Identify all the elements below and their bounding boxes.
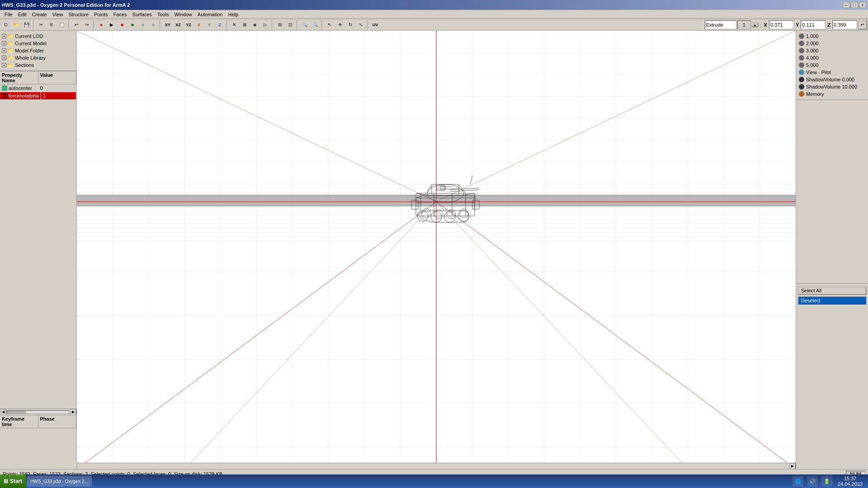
- folder-icon: 📁: [7, 33, 14, 39]
- lod-item-view-pilot[interactable]: View - Pilot: [796, 69, 868, 76]
- maximize-button[interactable]: □: [851, 2, 858, 8]
- folder-icon-3: 📁: [7, 47, 14, 54]
- copy-button[interactable]: ⎘: [47, 20, 57, 30]
- tree-item-current-lod[interactable]: + 📁 Current LOD: [0, 33, 76, 40]
- tb-rec3[interactable]: ■: [148, 20, 158, 30]
- xz-view[interactable]: XZ: [173, 20, 183, 30]
- tb-play[interactable]: ▶: [107, 20, 117, 30]
- tree-item-current-model[interactable]: + 📁 Current Model: [0, 40, 76, 47]
- lod-item-5[interactable]: 5.000: [796, 61, 868, 69]
- menu-item-faces[interactable]: Faces: [111, 11, 130, 18]
- battery-icon[interactable]: 🔋: [821, 476, 832, 487]
- grid-toggle[interactable]: ⊟: [275, 20, 285, 30]
- viewport-grid: [77, 31, 796, 469]
- transform-4[interactable]: ▷: [260, 20, 270, 30]
- close-button[interactable]: ×: [859, 2, 866, 8]
- expand-icon-4[interactable]: +: [2, 56, 6, 60]
- expand-icon[interactable]: +: [2, 34, 6, 38]
- scroll-left[interactable]: ◀: [0, 409, 6, 415]
- h-scroll-thumb[interactable]: [8, 411, 26, 413]
- menu-item-surfaces[interactable]: Surfaces: [130, 11, 155, 18]
- transform-2[interactable]: ⊞: [240, 20, 250, 30]
- menu-item-structure[interactable]: Structure: [66, 11, 91, 18]
- paste-button[interactable]: 📋: [57, 20, 67, 30]
- taskbar-right: 🌐 🔊 🔋 15:37 24.04.2013: [792, 474, 868, 488]
- xy-view[interactable]: XY: [163, 20, 173, 30]
- prop-row-forcenotalpha[interactable]: forcenotalpha 1: [0, 92, 76, 100]
- zoom-in[interactable]: 🔍: [300, 20, 310, 30]
- expand-icon-5[interactable]: +: [2, 63, 6, 67]
- separator-1: [33, 20, 35, 30]
- start-button[interactable]: ⊞ Start: [0, 474, 26, 488]
- scale-tool[interactable]: ⤡: [356, 20, 366, 30]
- prop-row-autocenter[interactable]: autocenter 0: [0, 84, 76, 92]
- tb-rec[interactable]: ■: [127, 20, 137, 30]
- expand-icon-2[interactable]: +: [2, 41, 6, 46]
- snap-toggle[interactable]: ⊡: [285, 20, 295, 30]
- menu-item-window[interactable]: Window: [172, 11, 195, 18]
- tb-rec2[interactable]: ■: [138, 20, 148, 30]
- z-axis[interactable]: Z: [215, 20, 225, 30]
- x-axis[interactable]: X: [194, 20, 204, 30]
- rotate-tool[interactable]: ↻: [345, 20, 355, 30]
- menu-item-edit[interactable]: Edit: [15, 11, 29, 18]
- new-button[interactable]: 🗋: [1, 20, 11, 30]
- minimize-button[interactable]: ─: [843, 2, 850, 8]
- transform-1[interactable]: ✕: [229, 20, 239, 30]
- cut-button[interactable]: ✂: [36, 20, 46, 30]
- lod-item-memory[interactable]: Memory: [796, 90, 868, 98]
- separator-8: [321, 20, 323, 30]
- scroll-right[interactable]: ▶: [70, 409, 76, 415]
- h-scrollbar[interactable]: ◀ ▶: [0, 408, 76, 415]
- zoom-out[interactable]: 🔍: [310, 20, 320, 30]
- network-icon[interactable]: 🌐: [793, 476, 803, 487]
- x-input[interactable]: [769, 20, 794, 29]
- menu-item-view[interactable]: View: [50, 11, 66, 18]
- tb-red-dot[interactable]: ●: [96, 20, 106, 30]
- lod-item-2[interactable]: 2.000: [796, 40, 868, 47]
- y-input[interactable]: [801, 20, 826, 29]
- volume-icon[interactable]: 🔊: [807, 476, 818, 487]
- menu-item-help[interactable]: Help: [225, 11, 241, 18]
- uv-btn[interactable]: UV: [370, 20, 380, 30]
- folder-icon-5: 📁: [7, 62, 14, 68]
- select-all-button[interactable]: Select All: [798, 286, 866, 295]
- lod-item-3[interactable]: 3.000: [796, 47, 868, 54]
- lod-item-shadow-0[interactable]: ShadowVolume 0.000: [796, 76, 868, 83]
- undo-button[interactable]: ↩: [71, 20, 81, 30]
- menu-item-automation[interactable]: Automation: [195, 11, 226, 18]
- deselect-button[interactable]: Deselect: [798, 296, 866, 305]
- vp-scrollbar[interactable]: ▶: [77, 463, 796, 469]
- tree-item-whole-library[interactable]: + 📁 Whole Library: [0, 54, 76, 61]
- tree-label-whole-library: Whole Library: [15, 55, 46, 61]
- apply-coord[interactable]: ↵: [858, 20, 867, 29]
- y-axis[interactable]: Y: [204, 20, 214, 30]
- z-input[interactable]: [832, 20, 857, 29]
- tb-stop[interactable]: ■: [117, 20, 127, 30]
- lod-item-shadow-10[interactable]: ShadowVolume 10.000: [796, 83, 868, 90]
- taskbar-o2-app[interactable]: HWS_G33.p3d - Oxygen 2...: [27, 476, 91, 487]
- extrude-input[interactable]: [705, 20, 736, 29]
- yz-view[interactable]: YZ: [184, 20, 193, 30]
- prop-header: Property Name Value: [0, 71, 76, 84]
- vp-scroll-right[interactable]: ▶: [789, 463, 796, 469]
- redo-button[interactable]: ↪: [82, 20, 92, 30]
- menu-item-points[interactable]: Points: [91, 11, 111, 18]
- move-tool[interactable]: ✛: [335, 20, 345, 30]
- open-button[interactable]: 📂: [11, 20, 21, 30]
- lod-item-4[interactable]: 4.000: [796, 54, 868, 61]
- select-tool[interactable]: ↖: [325, 20, 335, 30]
- tree-item-model-folder[interactable]: + 📁 Model Folder: [0, 47, 76, 54]
- h-scroll-track[interactable]: [7, 410, 69, 414]
- viewport[interactable]: ▶: [77, 31, 796, 469]
- tree-item-sections[interactable]: + 📁 Sections: [0, 61, 76, 69]
- menu-item-create[interactable]: Create: [29, 11, 50, 18]
- lod-item-1[interactable]: 1.000: [796, 33, 868, 40]
- expand-icon-3[interactable]: +: [2, 48, 6, 53]
- stepper-up[interactable]: ▲: [752, 23, 758, 27]
- lod-icon-4: [799, 55, 804, 61]
- transform-3[interactable]: ◈: [250, 20, 260, 30]
- save-button[interactable]: 💾: [22, 20, 32, 30]
- menu-item-tools[interactable]: Tools: [155, 11, 172, 18]
- menu-item-file[interactable]: File: [2, 11, 15, 18]
